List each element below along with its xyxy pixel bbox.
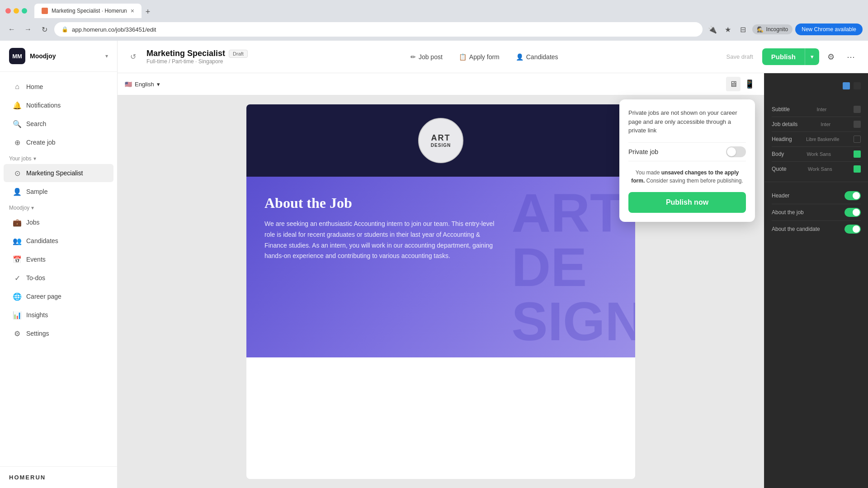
- sidebar-header: MM Moodjoy ▾: [0, 41, 117, 72]
- jobs-icon: 💼: [13, 218, 22, 227]
- settings-icon: ⚙: [13, 329, 22, 338]
- browser-tab-active[interactable]: Marketing Specialist · Homerun ×: [34, 4, 142, 18]
- color-swatch-blue[interactable]: [843, 82, 850, 89]
- create-job-icon: ⊕: [13, 138, 22, 147]
- new-tab-btn[interactable]: +: [142, 5, 154, 18]
- job-item-icon: ⊙: [13, 169, 22, 178]
- job-details-row: Job details Inter: [772, 117, 861, 132]
- publish-dropdown-btn[interactable]: ▾: [805, 48, 819, 65]
- about-job-toggle[interactable]: [844, 208, 861, 217]
- sidebar-item-marketing-specialist[interactable]: ⊙ Marketing Specialist: [4, 164, 113, 182]
- sidebar-item-events[interactable]: 📅 Events: [4, 250, 113, 268]
- forward-btn[interactable]: →: [22, 23, 34, 36]
- subtitle-color[interactable]: [854, 106, 861, 113]
- header-more-btn[interactable]: ⋯: [843, 49, 859, 65]
- heading-color[interactable]: [854, 136, 861, 143]
- sidebar-item-jobs[interactable]: 💼 Jobs: [4, 213, 113, 231]
- bookmark-btn[interactable]: ★: [722, 23, 734, 36]
- nav-job-post[interactable]: ✏ Job post: [403, 50, 450, 64]
- private-job-row: Private job: [628, 142, 746, 161]
- events-icon: 📅: [13, 255, 22, 264]
- incognito-badge: 🕵 Incognito: [752, 24, 793, 34]
- editor-area: 🇺🇸 English ▾ 🖥 📱 ART DESIG: [118, 73, 868, 488]
- sidebar-item-label: Marketing Specialist: [26, 169, 83, 177]
- heading-font: Libre Baskerville: [806, 137, 839, 142]
- candidates-nav-icon: 👥: [13, 236, 22, 245]
- sidebar-item-todos[interactable]: ✓ To-dos: [4, 269, 113, 287]
- art-design-logo: ART DESIGN: [418, 118, 463, 163]
- new-chrome-btn[interactable]: New Chrome available: [795, 23, 863, 35]
- sidebar-item-label: Home: [26, 83, 43, 90]
- about-candidate-toggle-row: About the candidate: [772, 221, 861, 237]
- sidebar-item-search[interactable]: 🔍 Search: [4, 115, 113, 133]
- moodjoy-section-label: Moodjoy ▾: [0, 201, 117, 213]
- publish-now-btn[interactable]: Publish now: [628, 192, 746, 213]
- private-job-toggle[interactable]: [726, 146, 746, 157]
- header-toggle[interactable]: [844, 191, 861, 200]
- header-nav: ✏ Job post 📋 Apply form 👤 Candidates: [403, 50, 566, 64]
- unsaved-warning-highlight: unsaved changes to the apply form.: [631, 169, 739, 184]
- sidebar-item-settings[interactable]: ⚙ Settings: [4, 324, 113, 343]
- lang-dropdown-arrow: ▾: [157, 81, 160, 88]
- back-btn[interactable]: ←: [5, 23, 18, 36]
- sidebar-item-home[interactable]: ⌂ Home: [4, 78, 113, 96]
- desktop-view-btn[interactable]: 🖥: [726, 77, 741, 91]
- refresh-btn[interactable]: ↻: [38, 23, 51, 36]
- address-bar[interactable]: 🔒 app.homerun.co/job/336451/edit: [54, 22, 703, 37]
- unsaved-warning: You made unsaved changes to the apply fo…: [628, 169, 746, 185]
- window-close-btn[interactable]: [5, 8, 11, 14]
- extensions-btn[interactable]: 🔌: [706, 23, 719, 36]
- browser-actions: 🔌 ★ ⊟ 🕵 Incognito New Chrome available: [706, 23, 863, 36]
- job-details-font: Inter: [821, 122, 830, 127]
- window-minimize-btn[interactable]: [14, 8, 19, 14]
- job-refresh-btn[interactable]: ↺: [127, 51, 139, 63]
- sidebar-item-create-job[interactable]: ⊕ Create job: [4, 133, 113, 151]
- art-text: ART: [431, 133, 451, 143]
- sidebar-item-sample[interactable]: 👤 Sample: [4, 183, 113, 201]
- nav-apply-form[interactable]: 📋 Apply form: [452, 50, 507, 64]
- company-dropdown-arrow[interactable]: ▾: [105, 53, 108, 59]
- sidebar-item-label: Career page: [26, 293, 61, 300]
- quote-color[interactable]: [854, 165, 861, 173]
- app-container: MM Moodjoy ▾ ⌂ Home 🔔 Notifications 🔍 Se…: [0, 41, 868, 488]
- sidebar-item-label: Create job: [26, 139, 56, 146]
- language-selector[interactable]: 🇺🇸 English ▾: [125, 81, 160, 88]
- header-settings-btn[interactable]: ⚙: [823, 49, 839, 65]
- heading-label: Heading: [772, 136, 792, 142]
- sidebar-btn[interactable]: ⊟: [737, 23, 750, 36]
- color-swatch-dark[interactable]: [854, 82, 861, 89]
- job-subtitle: Full-time / Part-time · Singapore: [146, 58, 248, 65]
- private-job-label: Private job: [628, 148, 658, 155]
- sidebar-nav: ⌂ Home 🔔 Notifications 🔍 Search ⊕ Create…: [0, 72, 117, 466]
- sidebar: MM Moodjoy ▾ ⌂ Home 🔔 Notifications 🔍 Se…: [0, 41, 118, 488]
- publish-main-btn[interactable]: Publish: [762, 48, 805, 65]
- heading-row: Heading Libre Baskerville: [772, 132, 861, 147]
- tab-close-btn[interactable]: ×: [131, 7, 134, 14]
- app-header: ↺ Marketing Specialist Draft Full-time /…: [118, 41, 868, 73]
- incognito-label: Incognito: [766, 26, 788, 33]
- design-text: DESIGN: [431, 143, 451, 148]
- sidebar-item-insights[interactable]: 📊 Insights: [4, 306, 113, 324]
- sections-section: Header About the job About the candidate: [764, 184, 868, 241]
- browser-titlebar: Marketing Specialist · Homerun × +: [0, 0, 868, 18]
- mobile-view-btn[interactable]: 📱: [742, 77, 757, 91]
- about-candidate-toggle[interactable]: [844, 225, 861, 234]
- body-color[interactable]: [854, 150, 861, 158]
- window-maximize-btn[interactable]: [22, 8, 27, 14]
- nav-candidates[interactable]: 👤 Candidates: [509, 50, 566, 64]
- publish-btn-group: Publish ▾: [762, 48, 819, 65]
- your-jobs-section-label: Your jobs ▾: [0, 152, 117, 164]
- sidebar-item-label: Events: [26, 256, 46, 263]
- flag-icon: 🇺🇸: [125, 81, 132, 88]
- language-label: English: [135, 81, 154, 88]
- sidebar-item-candidates[interactable]: 👥 Candidates: [4, 232, 113, 250]
- sidebar-item-career-page[interactable]: 🌐 Career page: [4, 287, 113, 305]
- subtitle-label: Subtitle: [772, 106, 790, 113]
- publish-popup: Private jobs are not shown on your caree…: [619, 99, 755, 222]
- save-draft-btn[interactable]: Save draft: [721, 51, 759, 63]
- sidebar-item-notifications[interactable]: 🔔 Notifications: [4, 96, 113, 114]
- todos-icon: ✓: [13, 273, 22, 282]
- job-details-color[interactable]: [854, 121, 861, 128]
- incognito-icon: 🕵: [757, 26, 764, 33]
- sample-job-icon: 👤: [13, 187, 22, 196]
